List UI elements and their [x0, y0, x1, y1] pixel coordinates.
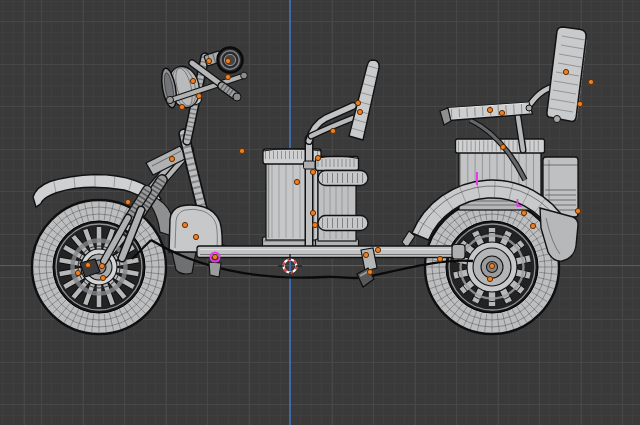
panel-flap	[172, 252, 196, 274]
front-wheel[interactable]	[32, 200, 166, 334]
model-canvas	[0, 0, 640, 425]
pedal[interactable]	[209, 262, 221, 277]
floor-rail[interactable]	[197, 245, 465, 260]
viewport-3d[interactable]	[0, 0, 640, 425]
driver-backrest[interactable]	[349, 60, 379, 140]
